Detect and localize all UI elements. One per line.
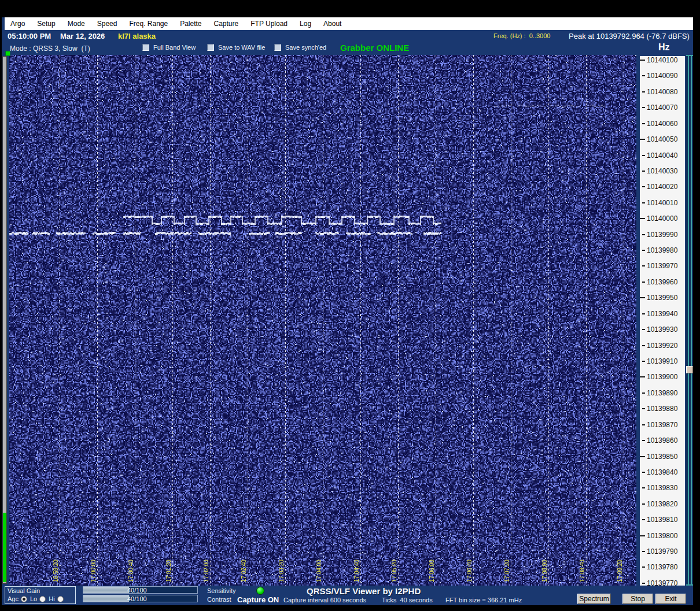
meter-peak-indicator <box>5 51 10 56</box>
capture-interval-info: Capture interval 600 seconds <box>283 597 366 603</box>
freq-label-row: 10139790 <box>640 547 685 555</box>
clock: 05:10:00 PM <box>8 32 51 40</box>
menu-item-argo[interactable]: Argo <box>10 20 25 28</box>
freq-label: 10140020 <box>647 183 677 191</box>
freq-label: 10140060 <box>647 120 677 128</box>
checkbox-box-icon[interactable] <box>142 44 149 51</box>
freq-label-row: 10139810 <box>640 516 685 523</box>
radio-circle-icon[interactable] <box>39 596 46 602</box>
sensitivity-slider[interactable]: 40/100 <box>83 586 198 594</box>
visual-gain-groupbox: Visual Gain AgcLoHi <box>5 586 76 604</box>
callsign: kl7l alaska <box>118 32 156 40</box>
level-meter-fill <box>3 513 6 582</box>
menu-item-capture[interactable]: Capture <box>214 20 239 28</box>
menu-item-log[interactable]: Log <box>300 20 311 28</box>
freq-tick <box>640 535 645 536</box>
freq-label: 10139930 <box>647 325 677 334</box>
spectrum-button[interactable]: Spectrum <box>577 594 611 604</box>
menu-item-speed[interactable]: Speed <box>97 20 117 28</box>
menu-item-palette[interactable]: Palette <box>180 20 201 28</box>
checkbox-label: Full Band View <box>153 44 196 51</box>
scrollbar-rail <box>688 55 689 586</box>
exit-button[interactable]: Exit <box>655 594 686 604</box>
scrollbar-rail <box>691 55 692 586</box>
freq-label-row: 10140020 <box>640 183 685 190</box>
radio-circle-icon[interactable] <box>57 596 64 602</box>
menu-item-ftp-upload[interactable]: FTP Upload <box>250 20 288 28</box>
menu-item-mode[interactable]: Mode <box>68 20 85 28</box>
contrast-slider[interactable]: 40/100 <box>83 595 198 602</box>
sensitivity-value: 40/100 <box>127 587 147 594</box>
checkbox-save-to-wav-file[interactable]: Save to WAV file <box>207 44 265 51</box>
freq-label: 10139840 <box>647 468 677 476</box>
frequency-scrollbar[interactable] <box>686 55 693 586</box>
menu-bar: ArgoSetupModeSpeedFreq. RangePaletteCapt… <box>5 17 693 30</box>
freq-label: 10140030 <box>647 167 677 175</box>
freq-label-row: 10140050 <box>640 135 685 143</box>
freq-label: 10140080 <box>647 88 677 96</box>
freq-label: 10139850 <box>647 453 677 461</box>
checkbox-full-band-view[interactable]: Full Band View <box>142 44 196 51</box>
freq-tick <box>642 487 645 488</box>
menu-item-setup[interactable]: Setup <box>37 20 55 28</box>
mode-row: Mode : QRSS 3, Slow (T) Grabber ONLINE H… <box>5 42 693 55</box>
grabber-status: Grabber ONLINE <box>340 43 409 53</box>
freq-tick <box>642 440 645 441</box>
stop-button[interactable]: Stop <box>622 594 653 604</box>
freq-label-row: 10140040 <box>640 151 685 159</box>
menu-item-about[interactable]: About <box>323 20 341 28</box>
freq-tick <box>640 218 645 219</box>
freq-label-row: 10140000 <box>640 214 685 222</box>
freq-tick <box>642 345 645 346</box>
freq-label-row: 10139980 <box>640 246 685 254</box>
hz-axis-label: Hz <box>658 42 670 53</box>
freq-label-row: 10139900 <box>640 373 685 380</box>
radio-hi[interactable]: Hi <box>49 595 63 602</box>
freq-tick <box>640 60 645 61</box>
radio-lo[interactable]: Lo <box>30 595 46 602</box>
freq-label: 10139860 <box>647 436 677 445</box>
freq-tick <box>642 392 645 394</box>
bottom-bar: Visual Gain AgcLoHi 40/100 40/100 Sensit… <box>2 586 693 605</box>
freq-label-row: 10139850 <box>640 453 685 460</box>
freq-tick <box>642 313 645 314</box>
freq-label: 10139940 <box>647 310 677 318</box>
freq-label: 10139990 <box>647 231 677 239</box>
peak-readout: Peak at 10139792.964 (-76.7 dBFS) <box>569 32 690 40</box>
freq-tick <box>640 456 645 457</box>
freq-label: 10140000 <box>647 214 677 223</box>
freq-label: 10139950 <box>647 294 677 302</box>
menu-item-freq-range[interactable]: Freq. Range <box>129 20 168 28</box>
freq-tick <box>642 250 645 251</box>
radio-dot <box>23 598 25 601</box>
checkbox-box-icon[interactable] <box>207 44 214 51</box>
checkbox-save-synch-ed[interactable]: Save synch'ed <box>274 44 326 51</box>
freq-label-row: 10140080 <box>640 88 685 95</box>
freq-label-row: 10139950 <box>640 294 685 301</box>
freq-label: 10139780 <box>647 563 677 571</box>
freq-label-row: 10140090 <box>640 72 685 79</box>
waterfall-display[interactable] <box>9 55 636 586</box>
freq-label: 10140050 <box>647 135 677 143</box>
scrollbar-thumb[interactable] <box>686 366 693 373</box>
mode-label: Mode : QRSS 3, Slow (T) <box>10 45 90 53</box>
argo-window: ArgoSetupModeSpeedFreq. RangePaletteCapt… <box>2 17 693 605</box>
freq-label: 10139920 <box>647 342 677 350</box>
capture-status: Capture ON <box>237 595 279 604</box>
freq-label: 10140040 <box>647 151 677 160</box>
date: Mar 12, 2026 <box>60 32 105 40</box>
radio-label: Agc <box>8 595 19 602</box>
freq-label: 10140070 <box>647 103 677 112</box>
radio-circle-icon[interactable] <box>21 596 27 602</box>
freq-tick <box>642 408 645 409</box>
freq-tick <box>642 329 645 330</box>
checkbox-box-icon[interactable] <box>274 44 281 51</box>
freq-tick <box>640 376 645 377</box>
freq-label: 10139810 <box>647 516 677 524</box>
freq-tick <box>642 551 645 552</box>
radio-agc[interactable]: Agc <box>8 595 27 602</box>
contrast-label: Contrast <box>207 596 231 603</box>
freq-label-row: 10140070 <box>640 103 685 111</box>
freq-label: 10139910 <box>647 357 677 365</box>
freq-label: 10139960 <box>647 278 677 286</box>
